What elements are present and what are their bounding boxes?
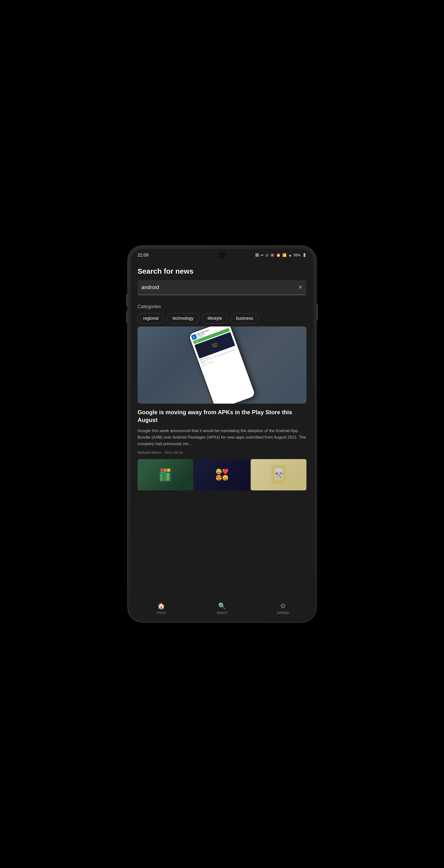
emoji-image: 😂❤️😍😄 [194, 459, 250, 490]
battery-icon: 🔋 [302, 253, 306, 257]
article-title: Google is moving away from APKs in the P… [138, 408, 306, 424]
candy-image [251, 459, 306, 490]
categories-title: Categories [138, 304, 306, 309]
battery-indicator: 55% [294, 253, 300, 257]
article-body: Google is moving away from APKs in the P… [138, 404, 306, 457]
svg-point-12 [275, 472, 278, 475]
article-excerpt: Google this week announced that it would… [138, 428, 306, 447]
settings-icon: ⚙ [280, 602, 286, 610]
svg-rect-3 [166, 473, 170, 481]
svg-point-15 [277, 476, 279, 478]
category-chip-regional[interactable]: regional [138, 313, 164, 323]
svg-rect-7 [160, 472, 164, 473]
volume-up-button[interactable] [126, 294, 128, 306]
thumbnail-row: 😂❤️😍😄 [138, 459, 306, 490]
article-content[interactable]: Google is moving away from APKs in the P… [131, 404, 313, 457]
camera-notch [218, 252, 226, 259]
category-chip-business[interactable]: business [231, 313, 259, 323]
svg-rect-8 [164, 471, 167, 472]
categories-list: regional technology lifestyle business [138, 313, 306, 323]
cast-icon: ⇌ [261, 253, 264, 257]
search-input[interactable] [141, 284, 298, 290]
svg-point-14 [280, 472, 282, 474]
search-label: Search [217, 611, 227, 615]
svg-point-16 [280, 476, 282, 478]
featured-article-image[interactable]: ▶ Star Trek® Fleet Command Scopely Insta… [138, 327, 306, 404]
home-label: Home [157, 611, 166, 615]
page-title: Search for news [138, 267, 306, 275]
svg-rect-6 [167, 469, 170, 472]
vpn-icon: ◎ [265, 253, 268, 257]
svg-rect-2 [164, 472, 166, 481]
signal-icon: ▲ [288, 253, 292, 257]
nav-home[interactable]: 🏠 Home [131, 602, 191, 615]
category-chip-lifestyle[interactable]: lifestyle [202, 313, 228, 323]
home-icon: 🏠 [157, 602, 165, 610]
wifi-icon: 📶 [282, 253, 287, 257]
power-button[interactable] [316, 304, 318, 321]
status-time: 21:09 [138, 253, 148, 258]
rubik-cube-image [138, 459, 193, 490]
thumbnail-emoji[interactable]: 😂❤️😍😄 [194, 459, 250, 490]
app-header: Search for news ✕ [131, 261, 313, 299]
svg-rect-4 [160, 469, 164, 472]
thumbnail-rubik[interactable] [138, 459, 193, 490]
status-icons: 🖼 ⇌ ◎ 🔕 ⏰ 📶 ▲ 55% 🔋 [255, 253, 306, 257]
svg-rect-1 [160, 473, 163, 481]
mute-icon: 🔕 [270, 253, 274, 257]
clear-search-icon[interactable]: ✕ [298, 284, 303, 290]
bottom-navigation: 🏠 Home 🔍 Search ⚙ Settings [131, 597, 313, 619]
categories-section: Categories regional technology lifestyle… [131, 299, 313, 327]
phone-frame: 21:09 🖼 ⇌ ◎ 🔕 ⏰ 📶 ▲ 55% 🔋 Search for new… [128, 246, 316, 622]
image-icon: 🖼 [255, 253, 259, 257]
alarm-icon: ⏰ [276, 253, 280, 257]
search-bar[interactable]: ✕ [138, 280, 306, 295]
search-icon: 🔍 [218, 602, 226, 610]
svg-point-13 [278, 474, 280, 476]
app-content: Search for news ✕ Categories regional te… [131, 261, 313, 597]
phone-screen: 21:09 🖼 ⇌ ◎ 🔕 ⏰ 📶 ▲ 55% 🔋 Search for new… [131, 249, 313, 619]
article-meta: Michael Allison · 2021-06-30 [138, 451, 183, 455]
thumbnail-candy[interactable] [251, 459, 306, 490]
settings-label: Settings [277, 611, 289, 615]
category-chip-technology[interactable]: technology [167, 313, 199, 323]
nav-search[interactable]: 🔍 Search [191, 602, 253, 615]
volume-down-button[interactable] [126, 311, 128, 323]
nav-settings[interactable]: ⚙ Settings [253, 602, 313, 615]
